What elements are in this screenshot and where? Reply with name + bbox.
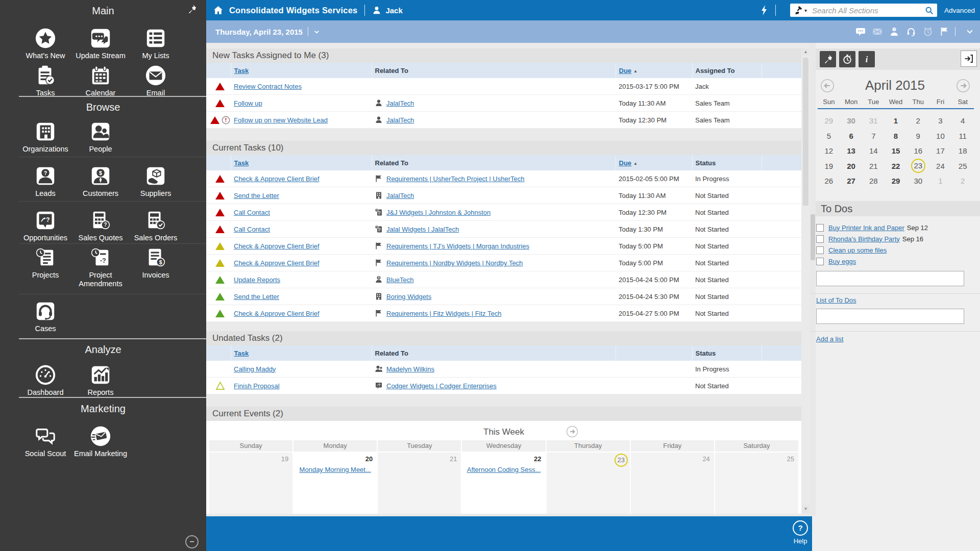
related-link[interactable]: Requirements | UsherTech Project | Usher… xyxy=(386,175,524,183)
current-date-label[interactable]: Thursday, April 23, 2015 xyxy=(215,28,303,36)
calendar-day[interactable]: 17 xyxy=(929,146,952,155)
add-list-link[interactable]: Add a list xyxy=(816,335,843,343)
related-link[interactable]: Madelyn Wilkins xyxy=(386,365,434,373)
main-scrollbar[interactable]: ▲ ▼ xyxy=(802,48,810,513)
calendar-day[interactable]: 30 xyxy=(840,116,863,125)
sidebar-item-suppliers[interactable]: Suppliers xyxy=(128,165,183,198)
task-link[interactable]: Follow up on new Website Lead xyxy=(234,116,328,124)
calendar-day[interactable]: 23 xyxy=(907,159,929,173)
calendar-day[interactable]: 5 xyxy=(818,132,840,140)
calendar-day[interactable]: 16 xyxy=(907,146,929,155)
calendar-day[interactable]: 6 xyxy=(840,132,863,140)
related-link[interactable]: JalalTech xyxy=(386,116,414,124)
calendar-day[interactable]: 21 xyxy=(862,162,885,170)
info-button[interactable]: i xyxy=(859,51,875,67)
calendar-day[interactable]: 8 xyxy=(885,132,907,140)
calendar-day[interactable]: 25 xyxy=(951,162,974,170)
search-scope-icon[interactable] xyxy=(794,6,803,15)
sidebar-item-what-s-new[interactable]: What's New xyxy=(18,27,73,60)
task-link[interactable]: Calling Maddy xyxy=(234,365,276,373)
related-link[interactable]: JalalTech xyxy=(386,192,414,199)
new-todo-input[interactable] xyxy=(816,271,964,286)
related-link[interactable]: BlueTech xyxy=(386,276,413,284)
calendar-day[interactable]: 7 xyxy=(862,132,885,140)
home-icon[interactable] xyxy=(213,5,224,16)
sidebar-item-opportunities[interactable]: ?Opportunities xyxy=(18,209,73,242)
sidebar-item-organizations[interactable]: Organizations xyxy=(18,120,73,154)
calendar-day[interactable]: 4 xyxy=(951,116,974,125)
advanced-search-link[interactable]: Advanced xyxy=(944,7,975,14)
sidebar-item-tasks[interactable]: Tasks xyxy=(18,64,73,97)
related-link[interactable]: Requirements | Fitz Widgets | Fitz Tech xyxy=(386,310,501,317)
calendar-day-cell[interactable]: 19 xyxy=(209,453,292,514)
calendar-day[interactable]: 28 xyxy=(862,177,885,185)
calendar-day[interactable]: 14 xyxy=(862,146,885,155)
calendar-day[interactable]: 2 xyxy=(907,116,929,125)
todo-list-link[interactable]: List of To Dos xyxy=(816,296,856,304)
quick-action-icon[interactable] xyxy=(761,5,768,15)
calendar-day[interactable]: 20 xyxy=(840,162,863,170)
calendar-day[interactable]: 26 xyxy=(818,177,840,185)
related-link[interactable]: J&J Widgets | Johnston & Johnston xyxy=(386,209,491,216)
calendar-day[interactable]: 29 xyxy=(818,116,840,125)
todo-link[interactable]: Clean up some files xyxy=(828,246,887,254)
event-link[interactable]: Monday Morning Meet... xyxy=(300,466,371,473)
help-button[interactable]: ? Help xyxy=(785,520,816,545)
calendar-day[interactable]: 11 xyxy=(951,132,974,140)
task-link[interactable]: Review Contract Notes xyxy=(234,83,302,90)
calendar-day[interactable]: 13 xyxy=(840,146,863,155)
calendar-day-cell[interactable]: 25 xyxy=(715,453,798,514)
task-link[interactable]: Check & Approve Client Brief xyxy=(234,310,320,317)
sidebar-item-calendar[interactable]: Calendar xyxy=(73,64,128,97)
sidebar-item-social-scout[interactable]: Social Scout xyxy=(18,425,73,458)
headset-icon[interactable] xyxy=(906,27,916,37)
sidebar-item-project-amendments[interactable]: -?Project Amendments xyxy=(73,246,128,288)
sidebar-item-my-lists[interactable]: My Lists xyxy=(128,27,183,60)
sort-by-task-link[interactable]: Task xyxy=(234,159,249,167)
calendar-day[interactable]: 3 xyxy=(929,116,952,125)
pin-button[interactable] xyxy=(820,51,836,67)
related-link[interactable]: Requirements | Nordby Widgets | Nordby T… xyxy=(386,259,523,267)
todo-checkbox[interactable] xyxy=(816,224,824,232)
task-link[interactable]: Call Contact xyxy=(234,226,270,233)
sidebar-item-invoices[interactable]: $Invoices xyxy=(128,246,183,280)
calendar-day[interactable]: 1 xyxy=(885,116,907,125)
calendar-day-cell[interactable]: 21 xyxy=(378,453,461,514)
sort-by-task-link[interactable]: Task xyxy=(234,349,249,357)
event-link[interactable]: Afternoon Coding Sess... xyxy=(467,466,541,473)
sidebar-item-update-stream[interactable]: Update Stream xyxy=(73,27,128,60)
sidebar-item-dashboard[interactable]: Dashboard xyxy=(18,364,73,397)
sidebar-item-reports[interactable]: Reports xyxy=(73,364,128,397)
sidebar-item-sales-orders[interactable]: Sales Orders xyxy=(128,209,183,242)
task-link[interactable]: Check & Approve Client Brief xyxy=(234,259,320,267)
panel-scrollbar[interactable] xyxy=(810,43,816,516)
task-link[interactable]: Send the Letter xyxy=(234,192,279,199)
mail-icon[interactable] xyxy=(872,27,883,37)
comment-icon[interactable] xyxy=(855,27,866,37)
calendar-day-cell[interactable]: 24 xyxy=(631,453,714,514)
related-link[interactable]: Codger Widgets | Codger Enterprises xyxy=(386,382,497,390)
calendar-day[interactable]: 31 xyxy=(862,116,885,125)
next-week-icon[interactable] xyxy=(566,425,578,438)
person-question-icon[interactable]: ? xyxy=(889,27,899,37)
sort-by-due-link[interactable]: Due xyxy=(619,67,632,74)
collapse-panel-button[interactable] xyxy=(961,51,977,67)
sidebar-item-people[interactable]: People xyxy=(73,120,128,154)
calendar-day[interactable]: 1 xyxy=(929,177,952,185)
calendar-day[interactable]: 22 xyxy=(885,162,907,170)
sort-by-due-link[interactable]: Due xyxy=(619,159,632,167)
sidebar-item-sales-quotes[interactable]: ?Sales Quotes xyxy=(73,209,128,242)
scroll-up-arrow-icon[interactable]: ▲ xyxy=(802,48,810,56)
calendar-day[interactable]: 24 xyxy=(929,162,952,170)
sidebar-item-projects[interactable]: Projects xyxy=(18,246,73,280)
todo-checkbox[interactable] xyxy=(816,235,824,243)
calendar-day[interactable]: 18 xyxy=(951,146,974,155)
task-link[interactable]: Update Reports xyxy=(234,276,280,284)
search-icon[interactable] xyxy=(925,6,934,15)
date-dropdown-chevron-icon[interactable] xyxy=(313,29,320,35)
sidebar-item-email[interactable]: Email xyxy=(128,64,183,97)
calendar-day[interactable]: 12 xyxy=(818,146,840,155)
panel-chevron-icon[interactable] xyxy=(966,28,974,36)
calendar-day[interactable]: 27 xyxy=(840,177,863,185)
todo-link[interactable]: Buy eggs xyxy=(828,258,856,265)
